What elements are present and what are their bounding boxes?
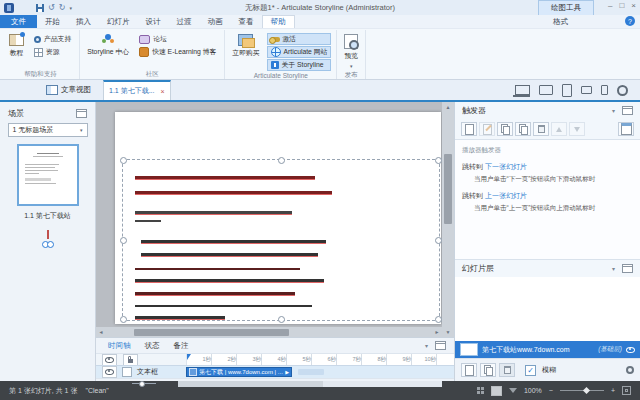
- copy-trigger-button[interactable]: [497, 122, 513, 136]
- new-trigger-button[interactable]: [461, 122, 477, 136]
- base-layer-row[interactable]: 第七下载站www.7down.com (基础层): [455, 341, 640, 358]
- elearning-blog-button[interactable]: 快速 E-Learning 博客: [136, 46, 219, 58]
- toggle-lock-button[interactable]: [123, 354, 138, 366]
- zoom-slider-thumb[interactable]: [583, 387, 590, 394]
- gear-icon[interactable]: [617, 85, 628, 96]
- tab-home[interactable]: 开始: [37, 15, 68, 28]
- scroll-left-icon[interactable]: ◄: [96, 329, 106, 335]
- story-view-button[interactable]: 文章视图: [46, 80, 91, 100]
- scroll-down-icon[interactable]: ▼: [446, 327, 451, 337]
- collapse-panel-icon[interactable]: [76, 109, 87, 118]
- tab-view[interactable]: 查看: [231, 15, 262, 28]
- textbox-selection[interactable]: [122, 159, 440, 321]
- desktop-preview-icon[interactable]: [515, 85, 530, 95]
- redo-icon[interactable]: ↻: [59, 4, 66, 12]
- undo-icon[interactable]: ↺: [48, 4, 55, 12]
- slide-view-toggle-icon[interactable]: [491, 386, 502, 396]
- gear-icon[interactable]: [626, 366, 634, 374]
- delete-layer-button[interactable]: [499, 363, 515, 377]
- duplicate-layer-button[interactable]: [480, 363, 496, 377]
- resize-handle[interactable]: [120, 237, 127, 244]
- move-trigger-down-button[interactable]: [569, 122, 585, 136]
- product-support-button[interactable]: 产品支持: [31, 33, 74, 45]
- delete-trigger-button[interactable]: [533, 122, 549, 136]
- scrollbar-thumb[interactable]: [444, 154, 452, 224]
- tablet-portrait-icon[interactable]: [562, 84, 572, 97]
- slide-thumbnail[interactable]: [17, 144, 79, 206]
- resize-handle[interactable]: [435, 237, 442, 244]
- tab-transitions[interactable]: 过渡: [169, 15, 200, 28]
- chevron-down-icon[interactable]: ▾: [612, 107, 615, 114]
- scroll-right-icon[interactable]: ►: [432, 329, 442, 335]
- timeline-zoom-slider[interactable]: [132, 383, 156, 384]
- chevron-down-icon[interactable]: ▾: [425, 342, 428, 349]
- tab-states[interactable]: 状态: [145, 341, 160, 351]
- resize-handle[interactable]: [120, 157, 127, 164]
- trigger-link[interactable]: 上一张幻灯片: [485, 192, 527, 199]
- tablet-landscape-icon[interactable]: [539, 85, 553, 95]
- eye-icon[interactable]: [626, 347, 635, 353]
- zoom-slider[interactable]: [560, 390, 604, 391]
- zoom-out-icon[interactable]: −: [549, 387, 553, 394]
- scroll-up-icon[interactable]: ▲: [446, 102, 451, 112]
- tab-notes[interactable]: 备注: [174, 341, 189, 351]
- collapse-panel-icon[interactable]: [622, 264, 633, 273]
- chevron-down-icon[interactable]: ▾: [350, 63, 353, 69]
- slide-document-tab[interactable]: 1.1 第七下载... ×: [103, 80, 171, 100]
- tab-format[interactable]: 格式: [545, 15, 576, 28]
- fit-to-window-icon[interactable]: [622, 386, 631, 395]
- timeline-horizontal-scrollbar[interactable]: [178, 381, 442, 387]
- canvas-horizontal-scrollbar[interactable]: ◄ ►: [96, 327, 442, 337]
- trigger-link[interactable]: 下一张幻灯片: [485, 163, 527, 170]
- minimize-button[interactable]: –: [608, 1, 612, 10]
- about-storyline-button[interactable]: 关于 Storyline: [267, 59, 332, 71]
- tab-file[interactable]: 文件: [0, 15, 37, 28]
- help-icon[interactable]: ?: [625, 16, 635, 26]
- tab-animations[interactable]: 动画: [200, 15, 231, 28]
- paste-trigger-button[interactable]: [515, 122, 531, 136]
- manage-variables-button[interactable]: [618, 122, 634, 136]
- slide-canvas[interactable]: [96, 102, 442, 327]
- zoom-in-icon[interactable]: +: [611, 387, 615, 394]
- feedback-view-toggle-icon[interactable]: [509, 388, 517, 393]
- articulate-website-button[interactable]: Articulate 网站: [267, 46, 332, 58]
- slide-thumbnail-label[interactable]: 1.1 第七下载站: [24, 211, 71, 221]
- trigger-item[interactable]: 跳转到 下一张幻灯片: [462, 162, 633, 172]
- qat-dropdown-icon[interactable]: ▾: [69, 5, 72, 11]
- timeline-object-bar[interactable]: 第七下载 | www.7down.com | ... ▶: [186, 367, 292, 377]
- object-name[interactable]: 文本框: [137, 367, 158, 377]
- slide-layers-list[interactable]: [455, 277, 640, 341]
- slide[interactable]: [115, 112, 441, 324]
- resize-handle[interactable]: [435, 157, 442, 164]
- story-view-toggle-icon[interactable]: [477, 387, 484, 394]
- toggle-visibility-button[interactable]: [102, 354, 117, 366]
- tab-insert[interactable]: 插入: [68, 15, 99, 28]
- resources-button[interactable]: 资源: [31, 46, 74, 58]
- tab-slides[interactable]: 幻灯片: [99, 15, 138, 28]
- forums-button[interactable]: 论坛: [136, 33, 219, 45]
- scrollbar-thumb[interactable]: [134, 329, 289, 336]
- maximize-button[interactable]: □: [619, 1, 624, 10]
- resize-handle[interactable]: [435, 316, 442, 323]
- close-button[interactable]: ×: [631, 1, 636, 10]
- resize-handle[interactable]: [120, 316, 127, 323]
- close-icon[interactable]: ×: [161, 88, 165, 95]
- new-layer-button[interactable]: [461, 363, 477, 377]
- tab-timeline[interactable]: 时间轴: [108, 341, 131, 351]
- phone-portrait-icon[interactable]: [601, 85, 608, 95]
- object-lock-checkbox[interactable]: [122, 367, 132, 377]
- playhead[interactable]: [186, 354, 191, 360]
- move-trigger-up-button[interactable]: [551, 122, 567, 136]
- collapse-panel-icon[interactable]: [622, 106, 633, 115]
- tab-design[interactable]: 设计: [138, 15, 169, 28]
- extend-arrow-icon[interactable]: ▶: [285, 369, 289, 375]
- resize-handle[interactable]: [278, 157, 285, 164]
- timeline-track[interactable]: 第七下载 | www.7down.com | ... ▶: [186, 365, 454, 378]
- trigger-item[interactable]: 跳转到 上一张幻灯片: [462, 191, 633, 201]
- tutorials-button[interactable]: 教程: [7, 33, 26, 59]
- blur-checkbox[interactable]: ✓: [525, 365, 536, 376]
- object-visibility-button[interactable]: [102, 366, 117, 378]
- chevron-down-icon[interactable]: ▾: [612, 265, 615, 272]
- activate-button[interactable]: 激活: [267, 33, 332, 45]
- timeline-ruler[interactable]: 1秒2秒3秒4秒5秒6秒7秒8秒9秒10秒: [186, 353, 454, 365]
